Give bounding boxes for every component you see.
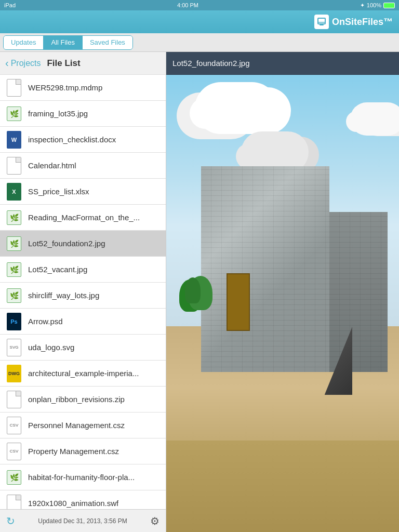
file-item[interactable]: onplan_ribbon_revisions.zip [0,387,166,413]
file-icon: DWG [5,364,23,383]
left-panel: ‹ Projects File List WER5298.tmp.mdmp🌿fr… [0,52,166,532]
segment-row: Updates All Files Saved Files [0,33,399,52]
back-arrow-icon[interactable]: ‹ [5,57,9,69]
file-item[interactable]: SVGuda_logo.svg [0,335,166,361]
image-icon: 🌿 [7,107,21,121]
projects-link[interactable]: Projects [11,59,41,68]
image-icon: 🌿 [7,210,21,225]
top-nav: OnSiteFiles™ [0,10,399,33]
file-item[interactable]: 🌿framing_lot35.jpg [0,101,166,127]
gravel [166,441,399,532]
cloud1 [190,98,252,129]
file-name: Lot52_foundation2.jpg [28,239,105,248]
file-item[interactable]: DWGarchitectural_example-imperia... [0,361,166,387]
bottom-bar: ↻ Updated Dec 31, 2013, 3:56 PM ⚙ [0,509,166,532]
segment-updates[interactable]: Updates [4,36,44,49]
file-item[interactable]: XSS_price_list.xlsx [0,179,166,205]
tree [185,277,201,303]
file-item[interactable]: CSVProperty Management.csz [0,438,166,464]
svg-rect-1 [320,24,324,25]
file-icon: 🌿 [5,208,23,228]
status-bar: iPad 4:00 PM ✦ 100% [0,0,399,10]
file-icon: 🌿 [5,286,23,305]
file-item[interactable]: 🌿shircliff_way_lots.jpg [0,283,166,309]
right-panel: Lot52_foundation2.jpg [166,52,399,532]
file-icon [5,78,23,98]
file-icon [5,390,23,409]
file-list: WER5298.tmp.mdmp🌿framing_lot35.jpgWinspe… [0,75,166,509]
file-icon: SVG [5,338,23,357]
cloud3 [236,143,288,169]
file-item[interactable]: WER5298.tmp.mdmp [0,75,166,101]
ps-icon: Ps [7,313,21,330]
file-name: inspection_checklist.docx [28,135,116,144]
breadcrumb-title: File List [47,58,80,69]
file-item[interactable]: Calendar.html [0,153,166,179]
status-right: ✦ 100% [360,2,395,9]
word-icon: W [7,131,21,149]
svg-rect-0 [318,18,325,24]
wall-texture [201,166,329,372]
file-name: WER5298.tmp.mdmp [28,83,102,92]
battery-icon [383,3,395,8]
brand-name: OnSiteFiles™ [332,17,393,28]
zip-icon [7,391,21,408]
excel-icon: X [7,183,21,201]
file-item[interactable]: 1920x1080_animation.swf [0,490,166,509]
wall-side-texture [329,212,388,372]
segment-saved-files[interactable]: Saved Files [83,36,132,49]
file-item[interactable]: Winspection_checklist.docx [0,127,166,153]
file-item[interactable]: CSVPersonnel Management.csz [0,413,166,438]
file-item[interactable]: 🌿habitat-for-humanity-floor-pla... [0,464,166,490]
swf-icon [7,495,21,510]
battery-label: 100% [367,2,381,8]
generic-icon [7,79,21,97]
file-name: uda_logo.svg [28,343,74,352]
file-item[interactable]: 🌿Lot52_foundation2.jpg [0,231,166,257]
main-content: ‹ Projects File List WER5298.tmp.mdmp🌿fr… [0,52,399,532]
dwg-icon: DWG [7,365,21,382]
file-name: Lot52_vacant.jpg [28,265,87,274]
file-icon: 🌿 [5,234,23,254]
file-name: habitat-for-humanity-floor-pla... [28,473,135,482]
file-icon: 🌿 [5,260,23,280]
segment-all-files[interactable]: All Files [44,36,83,49]
csz-icon: CSV [7,417,21,434]
file-name: onplan_ribbon_revisions.zip [28,395,125,404]
breadcrumb: ‹ Projects File List [0,52,166,75]
file-name: Calendar.html [28,161,76,170]
wall-main [201,166,329,372]
file-item[interactable]: PsArrow.psd [0,309,166,335]
time-label: 4:00 PM [177,2,198,8]
file-name: shircliff_way_lots.jpg [28,291,99,300]
file-name: Personnel Management.csz [28,421,125,430]
settings-icon[interactable]: ⚙ [150,515,159,527]
file-name: architectural_example-imperia... [28,369,139,378]
site-image [166,75,399,532]
file-icon: 🌿 [5,468,23,487]
carrier-label: iPad [4,2,16,8]
segment-control: Updates All Files Saved Files [3,35,133,50]
bluetooth-icon: ✦ [360,2,365,9]
sync-icon[interactable]: ↻ [6,515,15,527]
image-icon: 🌿 [7,236,21,251]
file-item[interactable]: 🌿Lot52_vacant.jpg [0,257,166,283]
brand-logo: OnSiteFiles™ [314,15,393,29]
file-icon: W [5,130,23,150]
file-name: Property Management.csz [28,447,119,456]
right-header: Lot52_foundation2.jpg [166,52,399,75]
file-icon [5,494,23,510]
right-image [166,75,399,532]
csz-icon: CSV [7,443,21,460]
file-name: framing_lot35.jpg [28,109,88,118]
file-name: 1920x1080_animation.swf [28,499,118,508]
right-title: Lot52_foundation2.jpg [172,59,249,68]
image-icon: 🌿 [7,288,21,303]
brand-icon [314,15,329,29]
file-name: SS_price_list.xlsx [28,187,89,196]
file-icon: CSV [5,416,23,435]
generic-icon [7,157,21,175]
file-icon [5,156,23,176]
file-name: Arrow.psd [28,317,63,326]
file-item[interactable]: 🌿Reading_MacFormat_on_the_... [0,205,166,231]
